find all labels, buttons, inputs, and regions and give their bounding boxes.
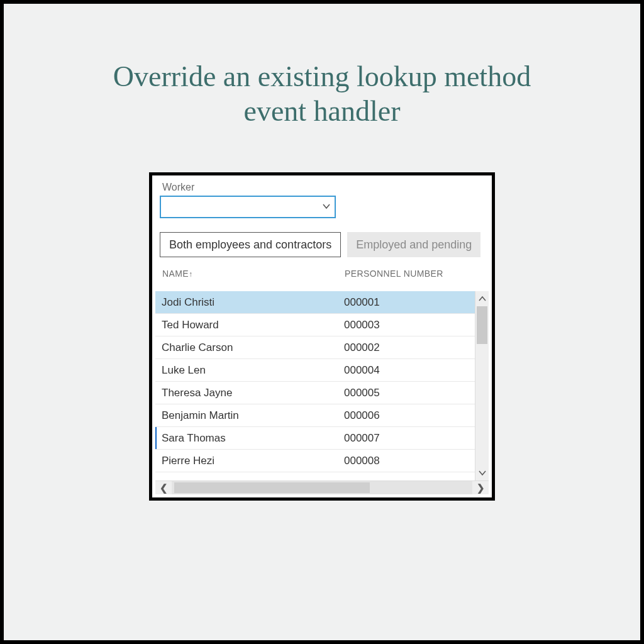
table-row[interactable]: Sara Thomas000007 [155, 427, 475, 450]
cell-personnel-number: 000003 [344, 319, 380, 331]
table-row[interactable]: Theresa Jayne000005 [155, 382, 475, 404]
field-label-worker: Worker [162, 182, 489, 193]
tab-both-employees-contractors[interactable]: Both employees and contractors [160, 232, 341, 257]
cell-name: Sara Thomas [162, 432, 344, 445]
cell-name: Jodi Christi [162, 296, 344, 309]
scroll-down-icon[interactable] [475, 465, 489, 480]
lookup-panel: Worker Both employees and contractors Em… [149, 172, 495, 501]
rows-container: Jodi Christi000001Ted Howard000003Charli… [155, 291, 475, 480]
cell-name: Theresa Jayne [162, 387, 344, 399]
vertical-scroll-track[interactable] [475, 306, 489, 465]
sort-ascending-icon: ↑ [189, 270, 192, 279]
horizontal-scrollbar[interactable]: ❮ ❯ [155, 480, 489, 494]
cell-personnel-number: 000006 [344, 409, 380, 422]
horizontal-scroll-thumb[interactable] [174, 482, 370, 493]
cell-personnel-number: 000004 [344, 364, 380, 377]
column-headers: NAME↑ PERSONNEL NUMBER [160, 269, 489, 279]
column-header-name-label: NAME [162, 269, 189, 279]
cell-name: Benjamin Martin [162, 409, 344, 422]
scroll-up-icon[interactable] [475, 291, 489, 306]
cell-name: Ted Howard [162, 319, 344, 331]
cell-personnel-number: 000005 [344, 387, 380, 399]
table-row[interactable]: Luke Len000004 [155, 359, 475, 382]
table-row[interactable]: Ted Howard000003 [155, 314, 475, 336]
scroll-left-icon[interactable]: ❮ [155, 481, 172, 494]
scroll-right-icon[interactable]: ❯ [472, 481, 489, 494]
chevron-down-icon [322, 202, 331, 213]
table-row[interactable]: Charlie Carson000002 [155, 336, 475, 359]
table-row[interactable]: Jodi Christi000001 [155, 291, 475, 314]
outer-frame: Override an existing lookup method event… [0, 0, 644, 644]
tab-employed-and-pending[interactable]: Employed and pending [347, 232, 480, 257]
cell-name: Pierre Hezi [162, 455, 344, 467]
page-title: Override an existing lookup method event… [83, 59, 561, 128]
cell-personnel-number: 000008 [344, 455, 380, 467]
filter-tabs: Both employees and contractors Employed … [160, 232, 489, 257]
horizontal-scroll-track[interactable] [172, 481, 472, 494]
worker-combobox[interactable] [160, 196, 336, 218]
column-header-name[interactable]: NAME↑ [162, 269, 345, 279]
column-header-personnel-number[interactable]: PERSONNEL NUMBER [345, 269, 443, 279]
cell-personnel-number: 000007 [344, 432, 380, 445]
cell-personnel-number: 000002 [344, 341, 380, 354]
vertical-scroll-thumb[interactable] [477, 306, 487, 344]
cell-personnel-number: 000001 [344, 296, 380, 309]
cell-name: Luke Len [162, 364, 344, 377]
vertical-scrollbar[interactable] [475, 291, 489, 480]
grid: Jodi Christi000001Ted Howard000003Charli… [155, 291, 489, 494]
table-row[interactable]: Pierre Hezi000008 [155, 450, 475, 472]
table-row[interactable]: Benjamin Martin000006 [155, 404, 475, 427]
cell-name: Charlie Carson [162, 341, 344, 354]
